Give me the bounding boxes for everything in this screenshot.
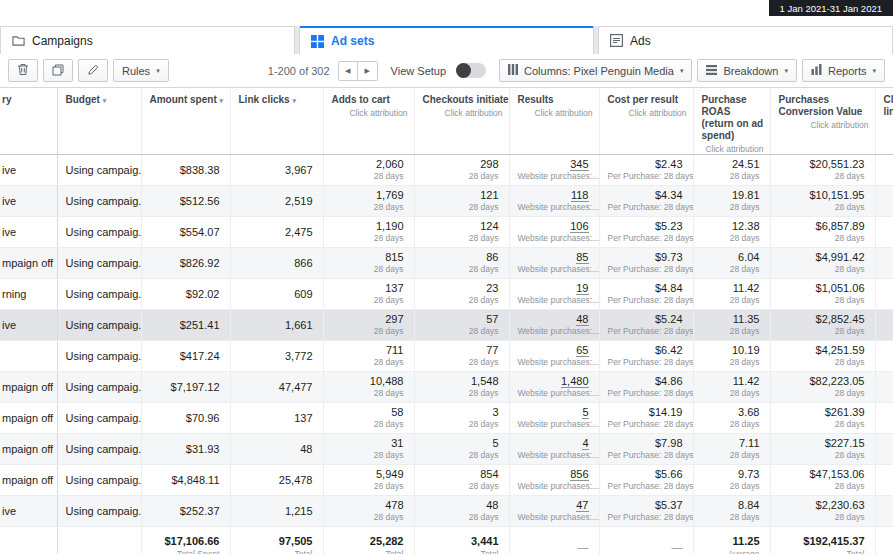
footer-cell-delivery — [0, 527, 57, 554]
columns-button[interactable]: Columns: Pixel Penguin Media ▾ — [499, 59, 692, 82]
cell-adds-to-cart: 1,769 28 days — [323, 186, 414, 217]
cell-budget: Using campaig... — [57, 496, 141, 527]
tab-ads-label: Ads — [630, 34, 651, 48]
table-row[interactable]: mpaign off Using campaig... $70.96 137 5… — [0, 403, 893, 434]
rules-button[interactable]: Rules ▾ — [113, 59, 169, 82]
cell-checkouts-initiated: 3 28 days — [414, 403, 509, 434]
edit-pencil-icon — [87, 64, 99, 78]
tab-adsets[interactable]: Ad sets — [299, 26, 594, 54]
delete-button[interactable] — [8, 59, 38, 82]
results-metric-link[interactable]: 106 — [570, 220, 588, 233]
column-header-budget[interactable]: Budget ▾ — [57, 88, 141, 155]
results-metric-link[interactable]: 4 — [582, 437, 588, 450]
cell-cost-per-result: $7.98 Per Purchase: 28 days — [599, 434, 693, 465]
next-page-button[interactable]: ▶ — [358, 61, 378, 81]
column-header-amount-spent[interactable]: Amount spent ▾ — [141, 88, 230, 155]
table-row[interactable]: mpaign off Using campaig... $31.93 48 31… — [0, 434, 893, 465]
level-tabs: Campaigns Ad sets Ads — [0, 26, 893, 54]
table-row[interactable]: Using campaig... $417.24 3,772 711 28 da… — [0, 341, 893, 372]
cell-cost-per-result: $14.19 Per Purchase: 28 days — [599, 403, 693, 434]
cell-purchase-roas: 24.51 28 days — [693, 155, 770, 186]
cell-adds-to-cart: 297 28 days — [323, 310, 414, 341]
column-header-link-clicks[interactable]: Link clicks ▾ — [230, 88, 323, 155]
tab-ads[interactable]: Ads — [598, 26, 893, 54]
cell-amount-spent: $70.96 — [141, 403, 230, 434]
tab-campaigns-label: Campaigns — [32, 34, 93, 48]
duplicate-button[interactable] — [43, 59, 73, 82]
table-row[interactable]: ive Using campaig... $252.37 1,215 478 2… — [0, 496, 893, 527]
cell-results: 106 Website purchases:... — [509, 217, 599, 248]
cell-partial — [875, 155, 893, 186]
cell-amount-spent: $4,848.11 — [141, 465, 230, 496]
cell-checkouts-initiated: 1,548 28 days — [414, 372, 509, 403]
cell-amount-spent: $826.92 — [141, 248, 230, 279]
column-header-results[interactable]: Results Click attribution — [509, 88, 599, 155]
footer-cell-amount-spent: $17,106.66 Total Spent — [141, 527, 230, 554]
cell-partial — [875, 186, 893, 217]
breakdown-button[interactable]: Breakdown ▾ — [697, 59, 797, 82]
table-row[interactable]: mpaign off Using campaig... $826.92 866 … — [0, 248, 893, 279]
column-header-checkouts-initiated[interactable]: Checkouts initiated Click attribution — [414, 88, 509, 155]
results-metric-link[interactable]: 65 — [576, 344, 588, 357]
cell-budget: Using campaig... — [57, 465, 141, 496]
cell-cost-per-result: $4.84 Per Purchase: 28 days — [599, 279, 693, 310]
cell-link-clicks: 48 — [230, 434, 323, 465]
results-metric-link[interactable]: 5 — [582, 406, 588, 419]
cell-budget: Using campaig... — [57, 186, 141, 217]
cell-delivery-status: mpaign off — [0, 434, 57, 465]
pagination-label: 1-200 of 302 — [268, 65, 330, 77]
date-range-selector[interactable]: 1 Jan 2021-31 Jan 2021 — [769, 0, 893, 16]
table-row[interactable]: mpaign off Using campaig... $4,848.11 25… — [0, 465, 893, 496]
column-header-adds-to-cart[interactable]: Adds to cart Click attribution — [323, 88, 414, 155]
results-metric-link[interactable]: 118 — [571, 189, 589, 202]
results-metric-link[interactable]: 345 — [570, 158, 588, 171]
cell-results: 65 Website purchases:... — [509, 341, 599, 372]
footer-cell-conversion-value: $192,415.37 Total — [770, 527, 875, 554]
reports-label: Reports — [828, 65, 867, 77]
column-header-partial[interactable]: Cl lin — [875, 88, 893, 155]
tab-campaigns[interactable]: Campaigns — [0, 26, 295, 54]
cell-results: 5 Website purchases:... — [509, 403, 599, 434]
cell-delivery-status: ive — [0, 217, 57, 248]
cell-partial — [875, 341, 893, 372]
results-metric-link[interactable]: 856 — [570, 468, 588, 481]
results-metric-link[interactable]: 19 — [576, 282, 588, 295]
cell-cost-per-result: $5.37 Per Purchase: 28 days — [599, 496, 693, 527]
cell-results: 118 Website purchases:... — [509, 186, 599, 217]
cell-delivery-status: ive — [0, 310, 57, 341]
cell-partial — [875, 496, 893, 527]
cell-link-clicks: 866 — [230, 248, 323, 279]
results-metric-link[interactable]: 47 — [576, 499, 588, 512]
column-header-cost-per-result[interactable]: Cost per result Click attribution — [599, 88, 693, 155]
cell-adds-to-cart: 815 28 days — [323, 248, 414, 279]
table-row[interactable]: rning Using campaig... $92.02 609 137 28… — [0, 279, 893, 310]
cell-conversion-value: $4,991.42 28 days — [770, 248, 875, 279]
cell-partial — [875, 310, 893, 341]
column-header-purchases-conversion-value[interactable]: Purchases Conversion Value Click attribu… — [770, 88, 875, 155]
toolbar: Rules ▾ 1-200 of 302 ◀ ▶ View Setup Colu… — [0, 54, 893, 88]
results-metric-link[interactable]: 85 — [576, 251, 588, 264]
cell-checkouts-initiated: 77 28 days — [414, 341, 509, 372]
table-row[interactable]: ive Using campaig... $554.07 2,475 1,190… — [0, 217, 893, 248]
table-row[interactable]: ive Using campaig... $251.41 1,661 297 2… — [0, 310, 893, 341]
table-row[interactable]: ive Using campaig... $838.38 3,967 2,060… — [0, 155, 893, 186]
prev-page-button[interactable]: ◀ — [338, 61, 358, 81]
table-row[interactable]: ive Using campaig... $512.56 2,519 1,769… — [0, 186, 893, 217]
view-setup-toggle[interactable] — [456, 63, 486, 78]
cell-cost-per-result: $5.23 Per Purchase: 28 days — [599, 217, 693, 248]
cell-budget: Using campaig... — [57, 217, 141, 248]
column-header-purchase-roas[interactable]: Purchase ROAS (return on ad spend) Click… — [693, 88, 770, 155]
results-metric-link[interactable]: 1,480 — [561, 375, 589, 388]
column-header-delivery[interactable]: ry — [0, 88, 57, 155]
trash-icon — [17, 63, 29, 78]
adsets-table: ry Budget ▾ Amount spent ▾ Link clicks ▾… — [0, 88, 893, 554]
sort-caret-icon: ▾ — [292, 97, 296, 104]
cell-purchase-roas: 11.42 28 days — [693, 372, 770, 403]
cell-conversion-value: $20,551.23 28 days — [770, 155, 875, 186]
cell-partial — [875, 248, 893, 279]
edit-button[interactable] — [78, 59, 108, 82]
results-metric-link[interactable]: 48 — [576, 313, 588, 326]
table-row[interactable]: mpaign off Using campaig... $7,197.12 47… — [0, 372, 893, 403]
footer-cell-partial — [875, 527, 893, 554]
reports-button[interactable]: Reports ▾ — [802, 59, 885, 82]
